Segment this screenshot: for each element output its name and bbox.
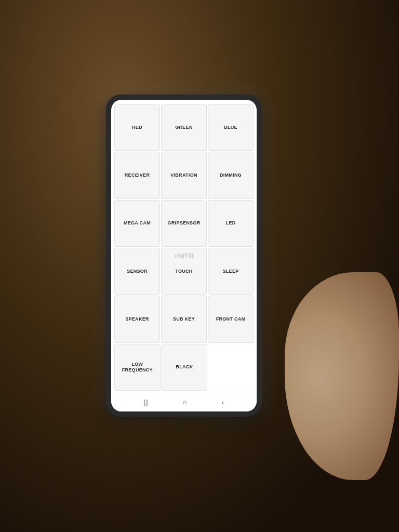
grid-cell-mega-cam[interactable]: MEGA CAM <box>114 200 160 247</box>
grid-cell-touch[interactable]: TOUCH <box>161 248 207 295</box>
phone-screen: REDGREENBLUERECEIVERVIBRATIONDIMMINGMEGA… <box>111 100 257 411</box>
grid-row-0: REDGREENBLUE <box>114 104 254 151</box>
grid-row-4: SPEAKERSUB KEYFRONT CAM <box>114 296 254 342</box>
diagnostic-grid: REDGREENBLUERECEIVERVIBRATIONDIMMINGMEGA… <box>111 100 257 393</box>
grid-cell-dimming[interactable]: DIMMING <box>208 152 254 198</box>
grid-cell-receiver[interactable]: RECEIVER <box>114 152 160 198</box>
navigation-bar: ||| ○ ‹ <box>111 393 257 411</box>
grid-cell-black[interactable]: BLACK <box>162 344 208 391</box>
grid-row-2: MEGA CAMGRIPSENSORLED <box>114 200 254 247</box>
grid-cell-empty <box>208 344 254 391</box>
grid-cell-blue[interactable]: BLUE <box>208 104 254 151</box>
grid-cell-sensor[interactable]: SENSOR <box>114 248 160 295</box>
grid-row-5: LOW FREQUENCYBLACK <box>114 344 254 391</box>
grid-cell-sub-key[interactable]: SUB KEY <box>161 296 207 342</box>
grid-cell-gripsensor[interactable]: GRIPSENSOR <box>161 200 207 247</box>
back-button[interactable]: ‹ <box>221 398 224 407</box>
grid-cell-front-cam[interactable]: FRONT CAM <box>208 296 254 342</box>
grid-cell-sleep[interactable]: SLEEP <box>208 248 254 295</box>
home-button[interactable]: ○ <box>183 398 187 407</box>
grid-cell-low-frequency[interactable]: LOW FREQUENCY <box>114 344 161 391</box>
grid-cell-speaker[interactable]: SPEAKER <box>114 296 160 342</box>
grid-cell-led[interactable]: LED <box>208 200 254 247</box>
grid-cell-green[interactable]: GREEN <box>161 104 207 151</box>
grid-row-1: RECEIVERVIBRATIONDIMMING <box>114 152 254 198</box>
phone-device: REDGREENBLUERECEIVERVIBRATIONDIMMINGMEGA… <box>106 95 262 417</box>
recent-apps-button[interactable]: ||| <box>144 398 148 407</box>
grid-row-3: SENSORTOUCHSLEEP <box>114 248 254 295</box>
grid-cell-red[interactable]: RED <box>114 104 160 151</box>
grid-cell-vibration[interactable]: VIBRATION <box>161 152 207 198</box>
